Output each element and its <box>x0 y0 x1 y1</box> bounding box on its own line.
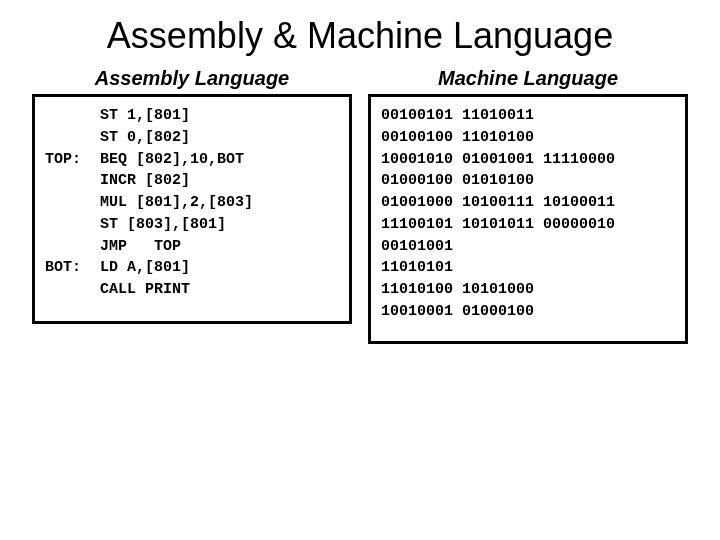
mc-line: 10001010 01001001 11110000 <box>381 149 675 171</box>
asm-instr: ST [803],[801] <box>100 214 226 236</box>
mc-line: 10010001 01000100 <box>381 301 675 323</box>
machine-heading: Machine Language <box>368 67 688 90</box>
asm-line: BOT:LD A,[801] <box>45 257 339 279</box>
asm-instr: INCR [802] <box>100 170 190 192</box>
asm-label <box>45 105 100 127</box>
mc-line: 11010101 <box>381 257 675 279</box>
asm-line: ST 0,[802] <box>45 127 339 149</box>
asm-line: MUL [801],2,[803] <box>45 192 339 214</box>
asm-line: JMP TOP <box>45 236 339 258</box>
mc-line: 11100101 10101011 00000010 <box>381 214 675 236</box>
asm-instr: CALL PRINT <box>100 279 190 301</box>
asm-instr: LD A,[801] <box>100 257 190 279</box>
asm-label: BOT: <box>45 257 100 279</box>
asm-line: TOP:BEQ [802],10,BOT <box>45 149 339 171</box>
columns-container: Assembly Language ST 1,[801] ST 0,[802] … <box>0 67 720 344</box>
asm-label <box>45 170 100 192</box>
mc-line: 00100101 11010011 <box>381 105 675 127</box>
mc-line: 11010100 10101000 <box>381 279 675 301</box>
asm-label <box>45 214 100 236</box>
asm-instr: JMP TOP <box>100 236 181 258</box>
asm-line: ST 1,[801] <box>45 105 339 127</box>
asm-instr: BEQ [802],10,BOT <box>100 149 244 171</box>
machine-column: Machine Language 00100101 11010011 00100… <box>368 67 688 344</box>
asm-label <box>45 127 100 149</box>
asm-label: TOP: <box>45 149 100 171</box>
assembly-code-box: ST 1,[801] ST 0,[802] TOP:BEQ [802],10,B… <box>32 94 352 324</box>
asm-instr: ST 1,[801] <box>100 105 190 127</box>
asm-instr: MUL [801],2,[803] <box>100 192 253 214</box>
asm-line: CALL PRINT <box>45 279 339 301</box>
asm-label <box>45 279 100 301</box>
assembly-heading: Assembly Language <box>32 67 352 90</box>
mc-line: 01001000 10100111 10100011 <box>381 192 675 214</box>
asm-instr: ST 0,[802] <box>100 127 190 149</box>
mc-line: 00100100 11010100 <box>381 127 675 149</box>
machine-code-box: 00100101 11010011 00100100 11010100 1000… <box>368 94 688 344</box>
slide-title: Assembly & Machine Language <box>0 0 720 67</box>
assembly-column: Assembly Language ST 1,[801] ST 0,[802] … <box>32 67 352 344</box>
asm-line: ST [803],[801] <box>45 214 339 236</box>
asm-label <box>45 236 100 258</box>
asm-label <box>45 192 100 214</box>
mc-line: 00101001 <box>381 236 675 258</box>
asm-line: INCR [802] <box>45 170 339 192</box>
mc-line: 01000100 01010100 <box>381 170 675 192</box>
